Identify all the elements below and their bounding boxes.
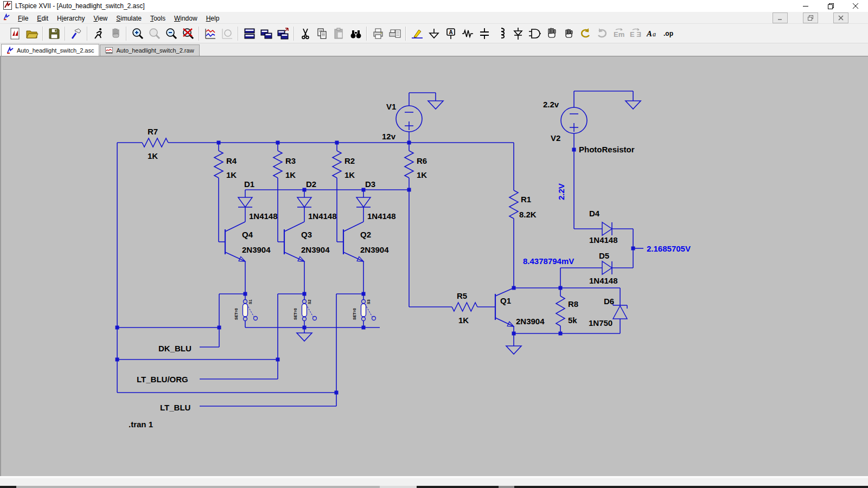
component-Q4[interactable] [225, 222, 245, 261]
drag-button[interactable] [560, 25, 577, 42]
menu-tools[interactable]: Tools [146, 14, 170, 23]
component-V1[interactable] [396, 106, 422, 132]
component-R8[interactable] [556, 296, 565, 326]
mdi-minimize-button[interactable] [773, 12, 788, 23]
schematic-label[interactable]: PhotoResistor [579, 145, 635, 154]
schematic-label[interactable]: R6 [417, 156, 427, 165]
schematic-label[interactable]: D5 [599, 251, 609, 260]
place-capacitor-button[interactable] [476, 25, 493, 42]
schematic-label[interactable]: 2N3904 [242, 245, 271, 254]
cut-button[interactable] [297, 25, 314, 42]
schematic-label[interactable]: 1K [417, 170, 427, 179]
component-R1[interactable] [509, 190, 518, 219]
schematic-label[interactable]: 8.2K [519, 210, 537, 219]
place-resistor-button[interactable] [459, 25, 476, 42]
schematic-label[interactable]: 1N4148 [589, 235, 618, 245]
component-R5[interactable] [452, 303, 477, 311]
component-D3[interactable] [356, 197, 371, 207]
move-button[interactable] [543, 25, 560, 42]
schematic-label[interactable]: 1N750 [589, 318, 612, 328]
tile-horizontally-button[interactable] [241, 25, 258, 42]
schematic-label[interactable]: 2N3904 [301, 245, 330, 254]
zoom-full-extents-button[interactable] [180, 25, 196, 42]
print-preview-button[interactable] [386, 25, 403, 42]
component-R2[interactable] [333, 151, 341, 178]
schematic-label[interactable]: 1K [148, 151, 158, 160]
component-R4[interactable] [214, 151, 223, 178]
control-panel-button[interactable] [68, 25, 85, 42]
component-V2[interactable] [561, 107, 587, 133]
tab-schematic-asc[interactable]: Auto_headlight_switch_2.asc [1, 44, 99, 56]
schematic-label[interactable]: 1K [344, 170, 355, 179]
schematic-label[interactable]: V2 [551, 133, 560, 143]
schematic-label[interactable]: R7 [148, 127, 158, 136]
menu-hierarchy[interactable]: Hierarchy [53, 14, 89, 23]
component-D2[interactable] [297, 197, 311, 207]
spice-directive-button[interactable]: .op [661, 25, 678, 42]
place-text-button[interactable]: Aa [644, 25, 661, 42]
schematic-label[interactable]: 8.4378794mV [523, 256, 574, 266]
open-file-button[interactable] [23, 25, 40, 42]
schematic-label[interactable]: D4 [589, 209, 600, 218]
schematic-label[interactable]: R5 [457, 291, 467, 300]
schematic-label[interactable]: 2.1685705V [647, 244, 691, 253]
component-D1[interactable] [238, 197, 252, 207]
place-net-label-button[interactable]: A [442, 25, 459, 42]
component-R7[interactable] [142, 138, 168, 147]
zoom-out-button[interactable] [163, 25, 180, 42]
find-button[interactable] [347, 25, 364, 42]
schematic-label[interactable]: R3 [285, 156, 296, 165]
schematic-label[interactable]: DK_BLU [158, 344, 192, 353]
schematic-label[interactable]: S2 [308, 299, 311, 304]
component-D5[interactable] [602, 261, 612, 274]
component-R3[interactable] [273, 151, 282, 178]
rotate-button[interactable]: EE [627, 25, 644, 42]
component-R6[interactable] [405, 151, 413, 178]
schematic-label[interactable]: Q2 [360, 230, 371, 239]
schematic-label[interactable]: 1N4148 [589, 276, 618, 285]
schematic-label[interactable]: 2N3904 [516, 317, 545, 326]
schematic-label[interactable]: D3 [365, 179, 375, 189]
place-ground-button[interactable] [425, 25, 442, 42]
menu-edit[interactable]: Edit [33, 14, 53, 23]
schematic-label[interactable]: Q3 [301, 230, 312, 239]
schematic-label[interactable]: 2N3904 [360, 245, 389, 254]
schematic-label[interactable]: 1K [458, 316, 469, 325]
schematic-label[interactable]: R4 [226, 156, 237, 165]
place-component-button[interactable] [526, 25, 543, 42]
component-D4[interactable] [602, 222, 612, 235]
draw-wire-button[interactable] [409, 25, 425, 42]
place-diode-button[interactable] [509, 25, 526, 42]
print-button[interactable] [369, 25, 386, 42]
schematic-label[interactable]: 5k [568, 316, 577, 325]
schematic-label[interactable]: SET=0 [234, 308, 238, 320]
schematic-label[interactable]: LT_BLU [160, 403, 190, 412]
schematic-label[interactable]: 2.2V [557, 183, 566, 200]
schematic-label[interactable]: Q1 [500, 296, 511, 305]
save-button[interactable] [46, 25, 62, 42]
schematic-label[interactable]: D2 [306, 179, 316, 189]
component-Q2[interactable] [343, 222, 363, 261]
schematic-label[interactable]: R2 [344, 156, 355, 165]
menu-file[interactable]: File [14, 14, 33, 23]
schematic-label[interactable]: LT_BLU/ORG [137, 375, 188, 384]
schematic-label[interactable]: 2.2v [543, 100, 559, 109]
schematic-label[interactable]: D1 [244, 179, 254, 189]
menu-window[interactable]: Window [170, 14, 202, 23]
menu-simulate[interactable]: Simulate [112, 14, 146, 23]
schematic-label[interactable]: 1N4148 [308, 211, 337, 221]
schematic-canvas[interactable]: R71KR41KR31KR21KR61KV112v2.2vV2PhotoResi… [0, 56, 868, 476]
tile-vertically-button[interactable] [258, 25, 275, 42]
tab-waveform-raw[interactable]: Auto_headlight_switch_2.raw [100, 44, 199, 56]
maximize-button[interactable] [818, 0, 843, 12]
schematic-label[interactable]: SET=0 [293, 308, 297, 320]
schematic-label[interactable]: 1K [285, 170, 296, 179]
schematic-label[interactable]: .tran 1 [129, 420, 153, 429]
schematic-label[interactable]: D6 [604, 297, 614, 306]
schematic-label[interactable]: R8 [568, 299, 578, 309]
menu-view[interactable]: View [89, 14, 112, 23]
undo-button[interactable] [577, 25, 593, 42]
new-schematic-button[interactable] [7, 25, 23, 42]
schematic-label[interactable]: S1 [248, 299, 252, 304]
schematic-label[interactable]: S3 [367, 299, 371, 304]
